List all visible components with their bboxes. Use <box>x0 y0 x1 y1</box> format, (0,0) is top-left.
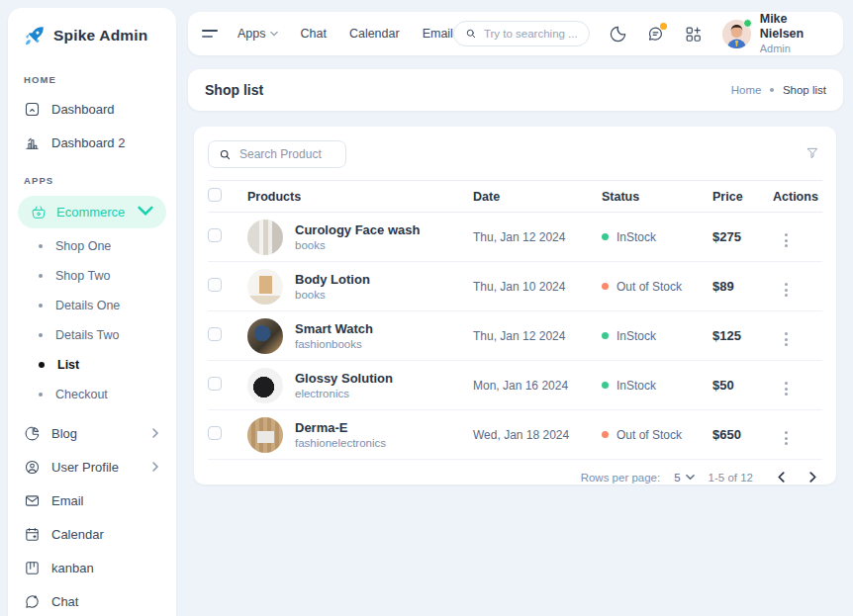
sidebar: Spike Admin HOME Dashboard Dashboard 2 A… <box>8 8 176 616</box>
product-date: Mon, Jan 16 2024 <box>473 379 602 393</box>
row-checkbox[interactable] <box>208 377 222 391</box>
sidebar-item-chat[interactable]: Chat <box>8 584 176 616</box>
breadcrumb-separator <box>770 88 774 92</box>
sidebar-item-blog[interactable]: Blog <box>8 416 176 450</box>
user-circle-icon <box>24 459 41 476</box>
sidebar-subitem-list[interactable]: List <box>8 350 176 380</box>
dark-mode-toggle[interactable] <box>609 25 627 44</box>
chevron-down-icon <box>138 203 153 221</box>
sidebar-item-kanban[interactable]: kanban <box>8 551 176 584</box>
sidebar-subitem-shop-two[interactable]: Shop Two <box>8 261 176 291</box>
app-logo[interactable]: Spike Admin <box>8 8 176 58</box>
chat-bubble-icon <box>24 593 41 610</box>
product-category: fashionbooks <box>295 338 373 350</box>
nav-chat[interactable]: Chat <box>301 27 327 41</box>
bullet-dot <box>39 393 43 396</box>
sidebar-subitem-shop-one[interactable]: Shop One <box>8 231 176 261</box>
sidebar-item-user-profile[interactable]: User Profile <box>8 450 176 484</box>
product-image <box>247 269 283 305</box>
sidebar-item-email[interactable]: Email <box>8 484 176 517</box>
dashboard-icon <box>24 101 41 118</box>
product-price: $125 <box>712 328 773 343</box>
product-price: $650 <box>712 427 773 442</box>
sidebar-subitem-checkout[interactable]: Checkout <box>8 380 176 409</box>
nav-label: Apps <box>237 27 266 41</box>
notifications-button[interactable] <box>646 25 665 44</box>
sidebar-item-ecommerce[interactable]: Ecommerce <box>18 196 166 228</box>
calendar-icon <box>24 526 41 543</box>
app-title: Spike Admin <box>53 27 148 44</box>
sidebar-subitem-label: Shop Two <box>55 269 110 283</box>
next-page-button[interactable] <box>803 468 822 487</box>
online-status-dot <box>743 19 752 28</box>
nav-calendar[interactable]: Calendar <box>349 27 400 41</box>
global-search-input[interactable]: Try to searching ... <box>453 21 590 46</box>
row-actions-button[interactable] <box>779 279 794 301</box>
sidebar-item-label: Ecommerce <box>56 205 125 220</box>
row-actions-button[interactable] <box>779 328 794 350</box>
table-row: Glossy Solution electronics Mon, Jan 16 … <box>208 361 822 410</box>
search-placeholder: Try to searching ... <box>484 28 578 40</box>
apps-grid-button[interactable] <box>684 25 703 44</box>
sidebar-subitem-details-one[interactable]: Details One <box>8 291 176 320</box>
nav-apps[interactable]: Apps <box>237 27 278 41</box>
status-label: InStock <box>616 230 656 244</box>
product-date: Thu, Jan 12 2024 <box>473 230 602 244</box>
status-label: InStock <box>616 379 656 393</box>
bullet-dot <box>39 333 43 337</box>
pie-chart-icon <box>24 425 41 442</box>
product-date: Wed, Jan 18 2024 <box>473 428 602 442</box>
previous-page-button[interactable] <box>771 468 791 487</box>
rows-per-page-select[interactable]: 5 <box>674 472 694 484</box>
table-row: Smart Watch fashionbooks Thu, Jan 12 202… <box>208 311 822 361</box>
apps-grid-icon <box>684 25 703 44</box>
sidebar-item-dashboard[interactable]: Dashboard <box>8 92 176 126</box>
product-image <box>247 318 283 354</box>
filter-button[interactable] <box>805 145 822 163</box>
sidebar-subitem-details-two[interactable]: Details Two <box>8 320 176 350</box>
status-label: Out of Stock <box>616 280 682 294</box>
top-header: Apps Chat Calendar Email Try to searchin… <box>188 12 843 55</box>
sidebar-item-calendar[interactable]: Calendar <box>8 517 176 551</box>
pagination-arrows <box>771 468 822 487</box>
column-header-actions: Actions <box>773 190 822 204</box>
product-name: Curology Face wash <box>295 222 420 237</box>
shop-list-card: Search Product Products Date Status Pric… <box>194 127 836 484</box>
row-checkbox[interactable] <box>208 278 222 292</box>
row-actions-button[interactable] <box>779 378 794 399</box>
nav-email[interactable]: Email <box>423 27 453 41</box>
avatar <box>722 20 751 48</box>
menu-toggle-icon[interactable] <box>202 30 218 37</box>
mail-icon <box>24 492 41 509</box>
bullet-dot <box>39 274 43 278</box>
column-header-products: Products <box>247 190 473 204</box>
pagination-range: 1-5 of 12 <box>709 472 753 484</box>
search-icon <box>465 28 477 40</box>
row-checkbox[interactable] <box>208 426 222 440</box>
product-search-input[interactable]: Search Product <box>208 140 346 168</box>
row-actions-button[interactable] <box>779 229 794 251</box>
table-row: Derma-E fashionelectronics Wed, Jan 18 2… <box>208 410 822 460</box>
sidebar-item-label: Email <box>51 493 84 508</box>
select-all-checkbox[interactable] <box>208 188 222 202</box>
table-pagination: Rows per page: 5 1-5 of 12 <box>208 460 822 494</box>
chevron-down-icon <box>686 473 695 482</box>
user-name: Mike Nielsen <box>760 12 829 43</box>
row-actions-button[interactable] <box>779 427 794 449</box>
user-role: Admin <box>760 43 829 56</box>
sidebar-subitem-label: Details One <box>55 299 120 312</box>
rows-per-page-value: 5 <box>674 472 680 484</box>
status-dot <box>602 382 609 389</box>
product-name: Body Lotion <box>295 272 370 287</box>
sidebar-subitem-label: List <box>57 358 79 372</box>
nav-label: Email <box>423 27 453 41</box>
column-header-date: Date <box>473 190 602 204</box>
row-checkbox[interactable] <box>208 327 222 341</box>
sidebar-item-dashboard-2[interactable]: Dashboard 2 <box>8 126 176 159</box>
sidebar-item-label: Dashboard 2 <box>51 135 125 150</box>
row-checkbox[interactable] <box>208 228 222 242</box>
breadcrumb-home-link[interactable]: Home <box>731 84 762 96</box>
product-image <box>247 368 283 403</box>
breadcrumb: Home Shop list <box>731 84 826 96</box>
user-menu[interactable]: Mike Nielsen Admin <box>722 12 829 56</box>
